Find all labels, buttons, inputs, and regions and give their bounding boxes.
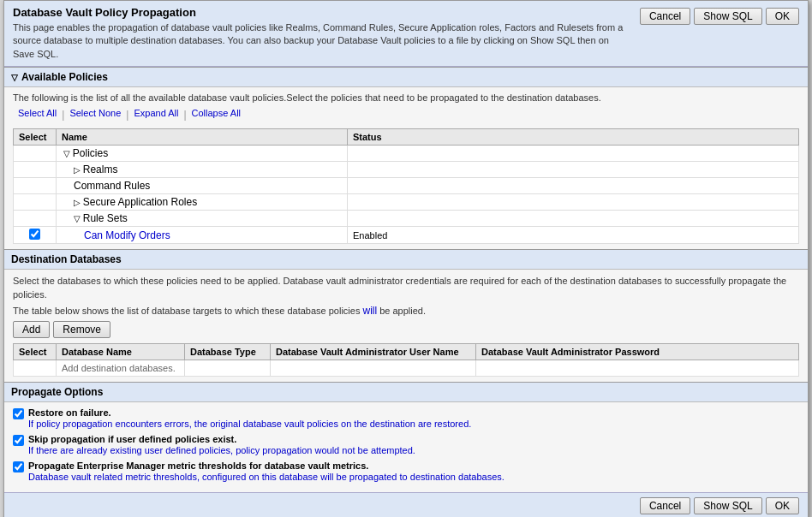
page-footer: Cancel Show SQL OK [4, 492, 808, 517]
add-remove-bar: Add Remove [13, 321, 799, 338]
propagate-options-header: Propagate Options [4, 383, 808, 402]
dest-empty-message: Add destination databases. [57, 360, 185, 377]
available-policies-chevron[interactable]: ▽ [11, 73, 18, 82]
destination-databases-desc: Select the databases to which these poli… [13, 275, 799, 301]
available-policies-content: The following is the list of all the ava… [4, 87, 808, 249]
destination-databases-desc2: The table below shows the list of databa… [13, 305, 799, 317]
policy-name-label: Rule Sets [83, 212, 128, 224]
policy-row-select [14, 178, 57, 194]
policy-row: ▽ Policies [14, 146, 799, 162]
propagate-options-title: Propagate Options [11, 386, 103, 398]
propagate-option-label: Restore on failure. [28, 407, 471, 418]
policy-row-select[interactable] [14, 227, 57, 244]
propagate-option: Skip propagation if user defined policie… [13, 434, 799, 455]
expand-all-link[interactable]: Expand All [128, 107, 183, 123]
policy-checkbox[interactable] [29, 229, 40, 240]
available-policies-header: ▽ Available Policies [4, 68, 808, 87]
dest-col-user: Database Vault Administrator User Name [271, 344, 476, 360]
main-window: Database Vault Policy Propagation This p… [3, 0, 809, 517]
policy-name-label: Policies [73, 147, 108, 159]
policy-row-status: Enabled [348, 227, 799, 244]
page-header: Database Vault Policy Propagation This p… [4, 1, 808, 67]
policy-row-name: ▷ Realms [57, 162, 348, 178]
propagate-option: Restore on failure.If policy propagation… [13, 407, 799, 429]
policy-row-status [348, 178, 799, 194]
policy-col-select: Select [14, 129, 57, 146]
destination-databases-section: Destination Databases Select the databas… [4, 249, 808, 382]
tree-toggle-icon[interactable]: ▽ [74, 214, 83, 223]
destination-databases-title: Destination Databases [11, 253, 122, 265]
add-button[interactable]: Add [13, 321, 50, 338]
policy-row-name: ▽ Policies [57, 146, 348, 162]
policy-row-status [348, 162, 799, 178]
header-ok-button[interactable]: OK [766, 8, 799, 25]
policy-row-name: Command Rules [57, 178, 348, 194]
propagate-options-section: Propagate Options Restore on failure.If … [4, 382, 808, 492]
select-all-link[interactable]: Select All [13, 107, 62, 123]
destination-table: Select Database Name Database Type Datab… [13, 343, 799, 377]
page-title: Database Vault Policy Propagation [13, 6, 631, 19]
collapse-all-link[interactable]: Collapse All [187, 107, 246, 123]
remove-button[interactable]: Remove [53, 321, 110, 338]
available-policies-desc: The following is the list of all the ava… [13, 92, 799, 103]
policy-row-name: ▷ Secure Application Roles [57, 194, 348, 211]
footer-show-sql-button[interactable]: Show SQL [694, 497, 761, 514]
dest-col-db-type: Database Type [185, 344, 271, 360]
policy-name-label: Realms [83, 163, 118, 175]
dest-empty-user [271, 360, 476, 377]
policy-row: Can Modify OrdersEnabled [14, 227, 799, 244]
policy-row-status [348, 194, 799, 211]
select-none-link[interactable]: Select None [64, 107, 126, 123]
policy-name-link[interactable]: Can Modify Orders [84, 229, 170, 241]
propagate-option-text: Restore on failure.If policy propagation… [28, 407, 471, 429]
policy-row-select [14, 146, 57, 162]
footer-cancel-button[interactable]: Cancel [640, 497, 690, 514]
tree-toggle-icon[interactable]: ▷ [74, 198, 83, 207]
available-policies-section: ▽ Available Policies The following is th… [4, 67, 808, 249]
header-buttons: Cancel Show SQL OK [640, 8, 799, 25]
destination-databases-header: Destination Databases [4, 250, 808, 270]
policy-row: Command Rules [14, 178, 799, 194]
dest-empty-type [185, 360, 271, 377]
propagate-options-content: Restore on failure.If policy propagation… [4, 402, 808, 492]
dest-col-select: Select [14, 344, 57, 360]
page-description: This page enables the propagation of dat… [13, 21, 631, 61]
propagate-option-sublabel: If policy propagation encounters errors,… [28, 419, 471, 429]
propagate-option-text: Propagate Enterprise Manager metric thre… [28, 461, 505, 482]
will-text: will [362, 305, 377, 317]
policy-row-select [14, 194, 57, 211]
policy-col-status: Status [348, 129, 799, 146]
policy-table: Select Name Status ▽ Policies▷ RealmsCom… [13, 128, 799, 244]
header-text: Database Vault Policy Propagation This p… [13, 6, 640, 61]
dest-col-db-name: Database Name [57, 344, 185, 360]
propagate-option: Propagate Enterprise Manager metric thre… [13, 461, 799, 482]
propagate-checkbox-2[interactable] [13, 461, 24, 472]
policy-row-select [14, 211, 57, 227]
header-show-sql-button[interactable]: Show SQL [694, 8, 761, 25]
tree-toggle-icon[interactable]: ▷ [74, 165, 83, 175]
policy-row: ▽ Rule Sets [14, 211, 799, 227]
propagate-option-label: Skip propagation if user defined policie… [28, 434, 415, 444]
propagate-checkbox-1[interactable] [13, 435, 24, 446]
policy-name-label: Secure Application Roles [83, 196, 197, 208]
available-policies-title: Available Policies [21, 71, 108, 83]
policy-row-name: Can Modify Orders [57, 227, 348, 244]
propagate-option-label: Propagate Enterprise Manager metric thre… [28, 461, 505, 471]
policy-row-name: ▽ Rule Sets [57, 211, 348, 227]
policy-row: ▷ Secure Application Roles [14, 194, 799, 211]
policy-row-status [348, 211, 799, 227]
header-cancel-button[interactable]: Cancel [640, 8, 690, 25]
policy-row-select [14, 162, 57, 178]
propagate-option-sublabel: Database vault related metric thresholds… [28, 472, 505, 482]
policy-row: ▷ Realms [14, 162, 799, 178]
dest-empty-row: Add destination databases. [14, 360, 799, 377]
propagate-option-sublabel: If there are already existing user defin… [28, 445, 415, 455]
dest-empty-select [14, 360, 57, 377]
policy-toolbar: Select All | Select None | Expand All | … [13, 107, 799, 123]
propagate-option-text: Skip propagation if user defined policie… [28, 434, 415, 455]
tree-toggle-icon[interactable]: ▽ [63, 149, 73, 158]
dest-col-password: Database Vault Administrator Password [476, 344, 799, 360]
propagate-checkbox-0[interactable] [13, 408, 24, 419]
dest-empty-pass [476, 360, 799, 377]
footer-ok-button[interactable]: OK [766, 497, 799, 514]
